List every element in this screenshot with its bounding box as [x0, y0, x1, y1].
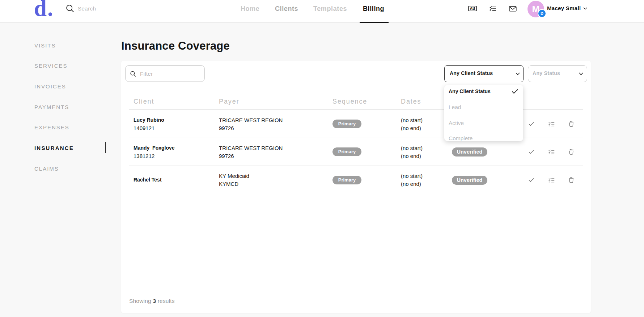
- svg-text:AB: AB: [470, 7, 475, 11]
